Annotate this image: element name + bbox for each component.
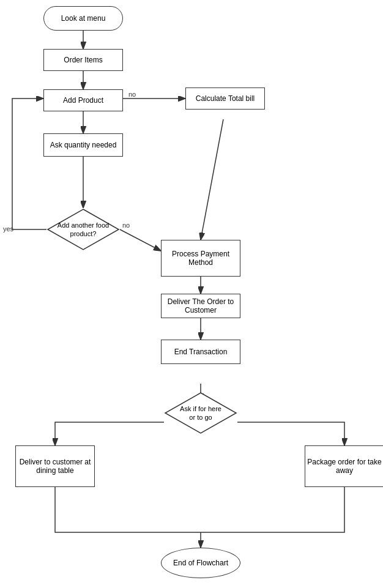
order-items-label: Order Items	[64, 56, 102, 64]
package-order-node: Package order for take away	[305, 445, 383, 487]
calculate-total-node: Calculate Total bill	[185, 87, 265, 110]
deliver-table-label: Deliver to customer at dining table	[16, 458, 94, 475]
look-at-menu-label: Look at menu	[61, 14, 106, 23]
no1-label: no	[128, 91, 136, 98]
end-flowchart-node: End of Flowchart	[161, 548, 240, 578]
yes-label: yes	[3, 225, 13, 233]
look-at-menu-node: Look at menu	[43, 6, 123, 31]
order-items-node: Order Items	[43, 49, 123, 71]
add-product-node: Add Product	[43, 89, 123, 111]
end-flowchart-label: End of Flowchart	[173, 559, 228, 567]
process-payment-node: Process Payment Method	[161, 240, 240, 277]
package-order-label: Package order for take away	[305, 458, 383, 475]
ask-here-or-go-diamond: Ask if for hereor to go	[164, 392, 237, 434]
ask-here-or-go-label: Ask if for hereor to go	[180, 404, 221, 422]
deliver-order-node: Deliver The Order to Customer	[161, 294, 240, 318]
add-product-label: Add Product	[63, 96, 103, 105]
end-transaction-label: End Transaction	[174, 348, 228, 356]
end-transaction-node: End Transaction	[161, 340, 240, 364]
svg-line-6	[120, 229, 161, 251]
add-another-label: Add another foodproduct?	[58, 221, 109, 239]
ask-quantity-label: Ask quantity needed	[50, 141, 117, 149]
process-payment-label: Process Payment Method	[162, 250, 240, 267]
svg-line-7	[201, 119, 223, 240]
calculate-total-label: Calculate Total bill	[196, 94, 255, 103]
ask-quantity-node: Ask quantity needed	[43, 133, 123, 157]
no2-label: no	[122, 221, 130, 229]
deliver-table-node: Deliver to customer at dining table	[15, 445, 95, 487]
flowchart: Look at menu Order Items Add Product no …	[0, 0, 383, 588]
add-another-diamond: Add another foodproduct?	[46, 208, 120, 251]
deliver-order-label: Deliver The Order to Customer	[162, 297, 240, 314]
